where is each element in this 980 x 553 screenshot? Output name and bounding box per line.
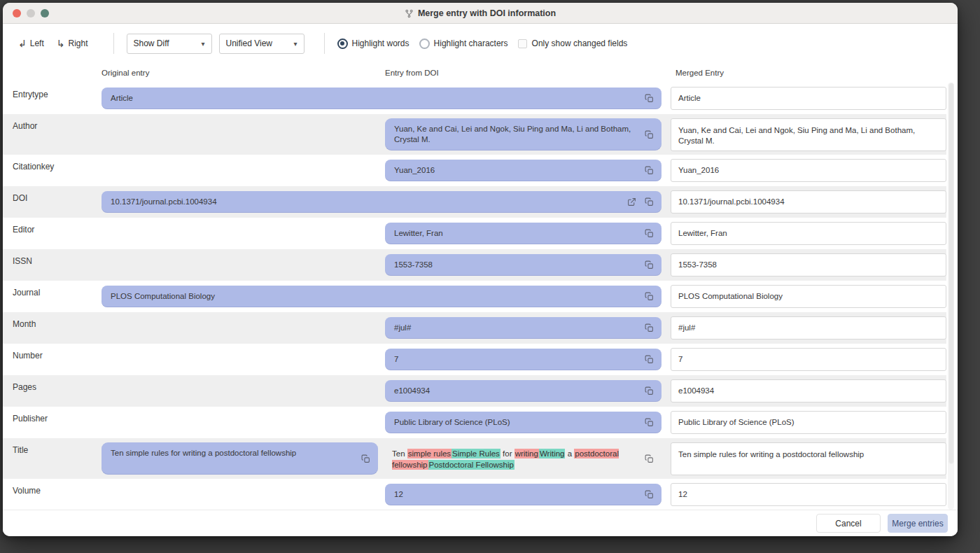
entry-value-text: Yuan, Ke and Cai, Lei and Ngok, Siu Ping… [385, 118, 640, 150]
view-mode-value: Unified View [226, 38, 294, 48]
diff-token-added: Postdoctoral Fellowship [428, 460, 514, 470]
entry-value-text: 10.1371/journal.pcbi.1004934 [102, 191, 623, 213]
diff-cell[interactable]: Ten simple rulesSimple Rules for writing… [385, 442, 662, 475]
minimize-window-icon[interactable] [27, 9, 35, 18]
radio-unselected-icon [419, 38, 430, 49]
only-show-changed-label: Only show changed fields [532, 38, 628, 48]
field-row: JournalPLOS Computational BiologyPLOS Co… [3, 281, 946, 312]
scrollbar-thumb[interactable] [948, 83, 954, 464]
entry-value-pill[interactable]: e1004934 [385, 380, 662, 402]
column-header-doi: Entry from DOI [385, 69, 439, 77]
only-show-changed-checkbox[interactable]: Only show changed fields [518, 38, 628, 48]
diff-token-same: for [500, 449, 514, 458]
merged-entry-field[interactable]: 1553-7358 [671, 253, 946, 276]
merge-entries-button[interactable]: Merge entries [888, 514, 948, 533]
entry-value-pill[interactable]: PLOS Computational Biology [102, 286, 662, 307]
entry-value-text: 7 [385, 349, 640, 370]
merge-dialog-window: Merge entry with DOI information ↲ Left … [3, 3, 958, 536]
entry-value-text: #jul# [385, 317, 640, 339]
entry-value-pill[interactable]: 7 [385, 349, 662, 370]
external-link-icon[interactable] [627, 197, 636, 206]
column-header-merged: Merged Entry [676, 69, 724, 77]
merge-icon [405, 9, 414, 18]
copy-icon[interactable] [645, 260, 654, 270]
entry-value-text: 12 [385, 484, 640, 505]
entry-value-pill[interactable]: Lewitter, Fran [385, 223, 662, 244]
maximize-window-icon[interactable] [41, 9, 49, 18]
column-headers: Original entry Entry from DOI Merged Ent… [3, 63, 958, 83]
entry-value-pill[interactable]: 10.1371/journal.pcbi.1004934 [102, 191, 662, 213]
diff-token-added: Writing [539, 449, 566, 458]
entry-value-pill[interactable]: Article [102, 88, 662, 109]
merged-entry-field[interactable]: e1004934 [671, 379, 946, 402]
entry-value-pill[interactable]: 1553-7358 [385, 254, 662, 276]
merged-entry-field[interactable]: 10.1371/journal.pcbi.1004934 [671, 190, 946, 214]
copy-icon[interactable] [645, 454, 654, 463]
merged-entry-field[interactable]: #jul# [671, 316, 946, 340]
field-label: Journal [13, 288, 40, 298]
checkbox-unchecked-icon [518, 39, 527, 48]
merged-entry-field[interactable]: Yuan, Ke and Cai, Lei and Ngok, Siu Ping… [671, 118, 946, 151]
highlight-characters-radio[interactable]: Highlight characters [419, 38, 508, 49]
entry-value-pill[interactable]: Yuan, Ke and Cai, Lei and Ngok, Siu Ping… [385, 118, 662, 150]
field-row: Volume1212 [3, 479, 946, 510]
copy-icon[interactable] [645, 418, 654, 427]
toolbar: ↲ Left ↳ Right Show Diff ▾ Unified View … [3, 24, 958, 63]
copy-icon[interactable] [361, 454, 370, 463]
field-label: Volume [13, 486, 41, 496]
view-mode-dropdown[interactable]: Unified View ▾ [219, 34, 304, 54]
entry-value-text: Yuan_2016 [385, 160, 640, 181]
merged-entry-field[interactable]: Lewitter, Fran [671, 222, 946, 245]
field-label: Pages [13, 382, 36, 392]
entry-value-pill[interactable]: #jul# [385, 317, 662, 339]
copy-icon[interactable] [645, 130, 654, 139]
vertical-scrollbar[interactable] [948, 83, 954, 510]
field-row: Month#jul##jul# [3, 312, 946, 344]
apply-right-button[interactable]: ↳ Right [57, 38, 88, 49]
merged-entry-field[interactable]: Public Library of Science (PLoS) [671, 411, 946, 434]
copy-icon[interactable] [645, 386, 654, 396]
apply-left-button[interactable]: ↲ Left [18, 38, 44, 49]
merged-entry-field[interactable]: 7 [671, 348, 946, 371]
diff-token-same: a [565, 449, 574, 458]
entry-value-pill[interactable]: 12 [385, 484, 662, 505]
pill-icons [640, 454, 662, 463]
pill-icons [640, 355, 662, 364]
highlight-words-radio[interactable]: Highlight words [337, 38, 410, 49]
entry-value-pill[interactable]: Ten simple rules for writing a postdocto… [102, 442, 378, 475]
copy-icon[interactable] [645, 355, 654, 364]
close-window-icon[interactable] [13, 9, 21, 18]
copy-icon[interactable] [645, 490, 654, 499]
pill-icons [640, 490, 662, 499]
column-header-original: Original entry [102, 69, 149, 77]
copy-icon[interactable] [645, 94, 654, 103]
fields-scroll-area: EntrytypeArticleArticleAuthorYuan, Ke an… [3, 83, 946, 510]
copy-icon[interactable] [645, 229, 654, 238]
entry-value-text: 1553-7358 [385, 254, 640, 276]
merged-entry-field[interactable]: Yuan_2016 [671, 159, 946, 182]
diff-mode-dropdown[interactable]: Show Diff ▾ [127, 34, 212, 54]
merged-entry-field[interactable]: Ten simple rules for writing a postdocto… [671, 442, 946, 475]
copy-icon[interactable] [645, 323, 654, 332]
copy-icon[interactable] [645, 292, 654, 301]
entry-value-pill[interactable]: Yuan_2016 [385, 160, 662, 181]
pill-icons [640, 292, 662, 301]
merged-entry-field[interactable]: PLOS Computational Biology [671, 285, 946, 308]
highlight-words-label: Highlight words [352, 38, 410, 48]
dialog-title: Merge entry with DOI information [418, 8, 556, 18]
merged-entry-field[interactable]: 12 [671, 483, 946, 506]
entry-value-pill[interactable]: Public Library of Science (PLoS) [385, 412, 662, 433]
cancel-button[interactable]: Cancel [816, 514, 881, 533]
entry-value-text: PLOS Computational Biology [102, 286, 640, 307]
merged-entry-field[interactable]: Article [671, 87, 946, 110]
field-label: DOI [13, 193, 27, 203]
return-left-arrow-icon: ↲ [18, 38, 27, 49]
copy-icon[interactable] [645, 197, 654, 206]
window-controls [13, 9, 49, 18]
field-row: CitationkeyYuan_2016Yuan_2016 [3, 155, 946, 186]
field-label: Editor [13, 225, 34, 234]
field-row: PublisherPublic Library of Science (PLoS… [3, 407, 946, 438]
copy-icon[interactable] [645, 166, 654, 175]
field-row: ISSN1553-73581553-7358 [3, 249, 946, 281]
dialog-footer: Cancel Merge entries [3, 510, 958, 536]
